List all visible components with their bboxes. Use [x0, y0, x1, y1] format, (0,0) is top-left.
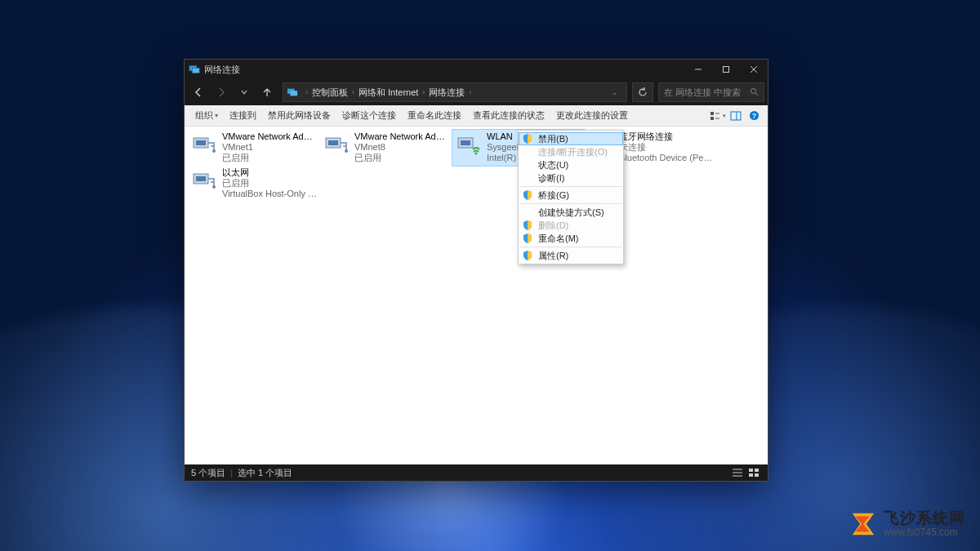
- help-button[interactable]: ?: [745, 105, 763, 126]
- svg-marker-40: [856, 517, 870, 532]
- icons-view-icon[interactable]: [746, 467, 761, 478]
- menu-item[interactable]: 创建快捷方式(S): [519, 206, 623, 219]
- shield-icon: [522, 220, 533, 231]
- back-button[interactable]: [188, 82, 209, 103]
- adapter-icon: [191, 167, 217, 193]
- adapter-name: VMware Network Adapter: [222, 131, 317, 142]
- network-icon: [287, 87, 298, 98]
- titlebar[interactable]: 网络连接: [185, 60, 768, 79]
- adapter-item[interactable]: 以太网已启用VirtualBox Host-Only Ethernet ...: [188, 166, 320, 202]
- breadcrumb-item[interactable]: 网络和 Internet: [359, 87, 418, 99]
- context-menu: 禁用(B)连接/断开连接(O)状态(U)诊断(I)桥接(G)创建快捷方式(S)删…: [518, 130, 624, 264]
- menu-separator: [519, 186, 622, 187]
- adapter-icon: [456, 131, 482, 158]
- maximize-button[interactable]: [712, 60, 740, 79]
- svg-text:?: ?: [751, 112, 756, 120]
- breadcrumb-item[interactable]: 网络连接: [429, 87, 465, 99]
- svg-rect-10: [710, 112, 714, 115]
- menu-item-label: 禁用(B): [538, 133, 568, 145]
- adapter-icon: [191, 131, 217, 158]
- toolbar: 组织▾ 连接到 禁用此网络设备 诊断这个连接 重命名此连接 查看此连接的状态 更…: [185, 105, 768, 127]
- menu-item-label: 连接/断开连接(O): [538, 146, 608, 158]
- adapter-item[interactable]: VMware Network AdapterVMnet1已启用: [188, 130, 320, 166]
- svg-point-31: [212, 185, 216, 189]
- svg-rect-38: [755, 473, 759, 477]
- adapter-line3: Bluetooth Device (Personal Ar...: [619, 153, 714, 163]
- adapter-name: 蓝牙网络连接: [619, 131, 714, 142]
- menu-item[interactable]: 禁用(B): [519, 132, 623, 145]
- adapter-line2: 已启用: [222, 178, 317, 189]
- details-view-icon[interactable]: [730, 467, 745, 478]
- adapter-line2: 未连接: [619, 142, 714, 153]
- view-mode-button[interactable]: ▾: [709, 105, 727, 126]
- recent-button[interactable]: [234, 82, 255, 103]
- navbar: › 控制面板 › 网络和 Internet › 网络连接 › ⌄ 在 网络连接 …: [185, 79, 768, 105]
- chevron-down-icon[interactable]: ⌄: [612, 88, 623, 96]
- shield-icon: [522, 233, 533, 244]
- network-icon: [189, 64, 200, 75]
- menu-item-label: 创建快捷方式(S): [538, 207, 604, 219]
- shield-icon: [522, 133, 533, 144]
- close-button[interactable]: [740, 60, 768, 79]
- svg-rect-30: [196, 176, 206, 181]
- shield-icon: [522, 189, 533, 201]
- rename-button[interactable]: 重命名此连接: [402, 105, 467, 126]
- search-placeholder: 在 网络连接 中搜索: [664, 87, 741, 99]
- svg-point-26: [475, 153, 478, 155]
- breadcrumb-item[interactable]: 控制面板: [312, 87, 348, 99]
- menu-item: 连接/断开连接(O): [519, 145, 623, 158]
- breadcrumb[interactable]: › 控制面板 › 网络和 Internet › 网络连接 › ⌄: [283, 82, 627, 102]
- window-title: 网络连接: [204, 64, 240, 76]
- adapter-name: 以太网: [222, 167, 317, 178]
- disable-device-button[interactable]: 禁用此网络设备: [262, 105, 336, 126]
- svg-rect-14: [731, 112, 741, 120]
- svg-rect-1: [192, 68, 199, 73]
- search-input[interactable]: 在 网络连接 中搜索: [658, 82, 764, 102]
- view-status-button[interactable]: 查看此连接的状态: [467, 105, 550, 126]
- content-area[interactable]: VMware Network AdapterVMnet1已启用VMware Ne…: [185, 127, 768, 464]
- menu-item[interactable]: 诊断(I): [519, 171, 623, 184]
- menu-item-label: 桥接(G): [538, 189, 569, 202]
- menu-item[interactable]: 状态(U): [519, 158, 623, 171]
- adapter-line3: 已启用: [222, 153, 317, 163]
- watermark-icon: [848, 509, 879, 540]
- menu-item-label: 重命名(M): [538, 233, 579, 245]
- shield-icon: [522, 250, 533, 261]
- adapter-icon: [323, 131, 350, 158]
- watermark-title: 飞沙系统网: [884, 510, 965, 527]
- menu-item-label: 状态(U): [538, 159, 568, 171]
- menu-item-label: 诊断(I): [538, 172, 564, 184]
- search-icon: [750, 87, 759, 98]
- svg-line-9: [755, 93, 758, 96]
- minimize-button[interactable]: [684, 60, 712, 79]
- item-count: 5 个项目: [191, 467, 225, 479]
- svg-rect-35: [749, 469, 753, 472]
- svg-rect-19: [196, 140, 206, 145]
- adapter-line3: VirtualBox Host-Only Ethernet ...: [222, 189, 317, 199]
- diagnose-button[interactable]: 诊断这个连接: [336, 105, 402, 126]
- menu-item[interactable]: 重命名(M): [519, 232, 623, 245]
- adapter-item[interactable]: VMware Network AdapterVMnet8已启用: [320, 130, 452, 166]
- refresh-button[interactable]: [632, 82, 653, 102]
- menu-item[interactable]: 属性(R): [519, 249, 623, 262]
- menu-separator: [519, 247, 622, 247]
- adapter-line2: VMnet1: [222, 142, 317, 153]
- connect-to-button[interactable]: 连接到: [224, 105, 262, 126]
- watermark-url: www.fs0745.com: [884, 527, 965, 538]
- menu-item-label: 属性(R): [538, 250, 568, 262]
- svg-point-20: [212, 149, 216, 153]
- organize-menu[interactable]: 组织▾: [189, 105, 224, 126]
- adapter-line2: VMnet8: [354, 142, 449, 153]
- forward-button[interactable]: [211, 82, 232, 103]
- adapter-name: VMware Network Adapter: [354, 131, 449, 142]
- change-settings-button[interactable]: 更改此连接的设置: [550, 105, 634, 126]
- svg-rect-25: [461, 140, 470, 145]
- menu-item[interactable]: 桥接(G): [519, 189, 623, 202]
- svg-rect-36: [755, 469, 759, 472]
- up-button[interactable]: [256, 82, 278, 103]
- watermark: 飞沙系统网 www.fs0745.com: [848, 509, 965, 540]
- preview-pane-button[interactable]: [727, 105, 745, 126]
- adapter-line3: 已启用: [354, 153, 449, 163]
- statusbar: 5 个项目 | 选中 1 个项目: [185, 464, 768, 481]
- network-connections-window: 网络连接 › 控制面板 › 网络和 Internet › 网络连接 › ⌄ 在 …: [184, 59, 768, 482]
